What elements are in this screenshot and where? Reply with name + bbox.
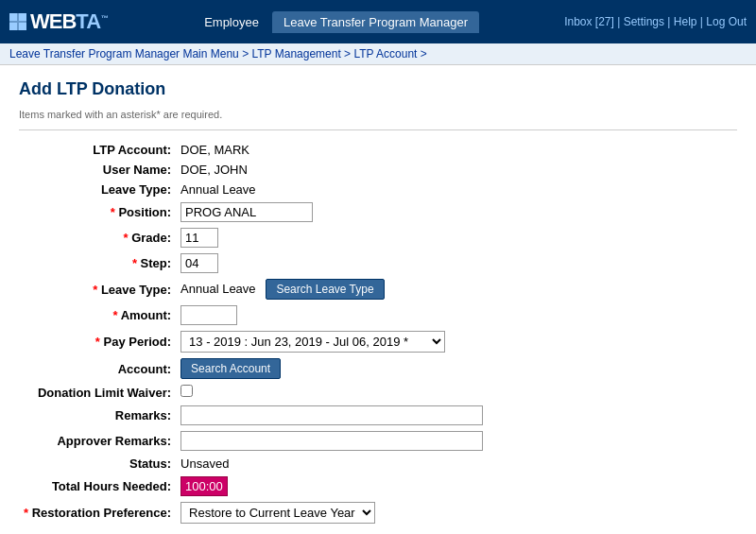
approver-remarks-label: Approver Remarks: — [19, 428, 176, 454]
restoration-pref-row: * Restoration Preference: Restore to Cur… — [19, 499, 737, 526]
separator — [19, 129, 737, 130]
amount-field-cell — [176, 302, 737, 328]
remarks-row: Remarks: — [19, 403, 737, 428]
restoration-pref-required-star: * — [24, 506, 32, 520]
total-hours-input[interactable] — [180, 476, 228, 496]
leave-type2-row: * Leave Type: Annual Leave Search Leave … — [19, 276, 737, 302]
leave-type2-value: Annual Leave — [180, 282, 256, 296]
step-input[interactable] — [180, 253, 218, 273]
grade-required-star: * — [123, 231, 131, 245]
leave-type2-required-star: * — [93, 283, 101, 297]
pay-period-required-star: * — [95, 335, 104, 349]
amount-required-star: * — [112, 308, 120, 322]
position-row: * Position: — [19, 199, 737, 225]
donation-limit-label: Donation Limit Waiver: — [19, 382, 176, 403]
settings-link[interactable]: Settings — [624, 15, 664, 28]
pay-period-label: * Pay Period: — [19, 328, 176, 355]
restoration-pref-field-cell: Restore to Current Leave Year — [176, 499, 737, 526]
username-value: DOE, JOHN — [176, 160, 737, 180]
position-input[interactable] — [180, 202, 313, 222]
ltp-account-value: DOE, MARK — [176, 140, 737, 160]
breadcrumb: Leave Transfer Program Manager Main Menu… — [0, 43, 756, 65]
nav-tab-ltp-manager[interactable]: Leave Transfer Program Manager — [272, 11, 479, 33]
step-required-star: * — [132, 256, 141, 270]
logo-text: WEBTA™ — [30, 9, 108, 34]
logo-trademark: ™ — [101, 14, 108, 23]
nav-tabs: Employee Leave Transfer Program Manager — [193, 11, 479, 33]
logo-icon — [9, 13, 26, 30]
total-hours-field-cell — [176, 474, 737, 499]
ltp-account-row: LTP Account: DOE, MARK — [19, 140, 737, 160]
amount-label: * Amount: — [19, 302, 176, 328]
leave-type-row: Leave Type: Annual Leave — [19, 180, 737, 199]
donation-limit-checkbox[interactable] — [180, 385, 193, 397]
donation-limit-row: Donation Limit Waiver: — [19, 382, 737, 403]
grade-row: * Grade: — [19, 225, 737, 250]
step-field-cell — [176, 250, 737, 276]
step-label: * Step: — [19, 250, 176, 276]
restoration-pref-label: * Restoration Preference: — [19, 499, 176, 526]
remarks-input[interactable] — [180, 405, 483, 425]
position-field-cell — [176, 199, 737, 225]
approver-remarks-input[interactable] — [180, 431, 483, 451]
leave-type-label: Leave Type: — [19, 180, 176, 199]
account-field-cell: Search Account — [176, 355, 737, 382]
pay-period-row: * Pay Period: 13 - 2019 : Jun 23, 2019 -… — [19, 328, 737, 355]
leave-type2-label: * Leave Type: — [19, 276, 176, 302]
status-label: Status: — [19, 454, 176, 474]
grade-field-cell — [176, 225, 737, 250]
total-hours-row: Total Hours Needed: — [19, 474, 737, 499]
header: WEBTA™ Employee Leave Transfer Program M… — [0, 0, 756, 43]
breadcrumb-ltp-account[interactable]: LTP Account — [353, 47, 417, 60]
logout-link[interactable]: Log Out — [706, 15, 747, 28]
grade-input[interactable] — [180, 228, 218, 248]
main-content: Add LTP Donation Items marked with an as… — [0, 65, 756, 534]
leave-type-value: Annual Leave — [176, 180, 737, 199]
total-hours-label: Total Hours Needed: — [19, 474, 176, 499]
leave-type2-field-cell: Annual Leave Search Leave Type — [176, 276, 737, 302]
grade-label: * Grade: — [19, 225, 176, 250]
step-row: * Step: — [19, 250, 737, 276]
search-account-button[interactable]: Search Account — [180, 358, 281, 379]
approver-remarks-row: Approver Remarks: — [19, 428, 737, 454]
page-title: Add LTP Donation — [19, 79, 737, 99]
donation-limit-field-cell — [176, 382, 737, 403]
breadcrumb-ltp-mgmt[interactable]: LTP Management — [251, 47, 340, 60]
remarks-field-cell — [176, 403, 737, 428]
username-label: User Name: — [19, 160, 176, 180]
inbox-link[interactable]: Inbox [27] — [564, 15, 614, 28]
remarks-label: Remarks: — [19, 403, 176, 428]
account-row: Account: Search Account — [19, 355, 737, 382]
username-row: User Name: DOE, JOHN — [19, 160, 737, 180]
status-row: Status: Unsaved — [19, 454, 737, 474]
nav-tab-employee[interactable]: Employee — [193, 11, 270, 33]
restoration-pref-select[interactable]: Restore to Current Leave Year — [180, 502, 375, 524]
logo: WEBTA™ — [9, 9, 108, 34]
amount-input[interactable] — [180, 305, 237, 325]
position-label: * Position: — [19, 199, 176, 225]
account-label: Account: — [19, 355, 176, 382]
approver-remarks-field-cell — [176, 428, 737, 454]
status-value: Unsaved — [176, 454, 737, 474]
pay-period-select[interactable]: 13 - 2019 : Jun 23, 2019 - Jul 06, 2019 … — [180, 331, 445, 353]
search-leave-type-button[interactable]: Search Leave Type — [266, 279, 384, 300]
form-table: LTP Account: DOE, MARK User Name: DOE, J… — [19, 140, 737, 526]
required-note: Items marked with an asterisk* are requi… — [19, 109, 737, 120]
header-right: Inbox [27] | Settings | Help | Log Out — [564, 15, 747, 28]
pay-period-field-cell: 13 - 2019 : Jun 23, 2019 - Jul 06, 2019 … — [176, 328, 737, 355]
ltp-account-label: LTP Account: — [19, 140, 176, 160]
breadcrumb-ltp-main[interactable]: Leave Transfer Program Manager Main Menu — [9, 47, 239, 60]
amount-row: * Amount: — [19, 302, 737, 328]
help-link[interactable]: Help — [674, 15, 697, 28]
